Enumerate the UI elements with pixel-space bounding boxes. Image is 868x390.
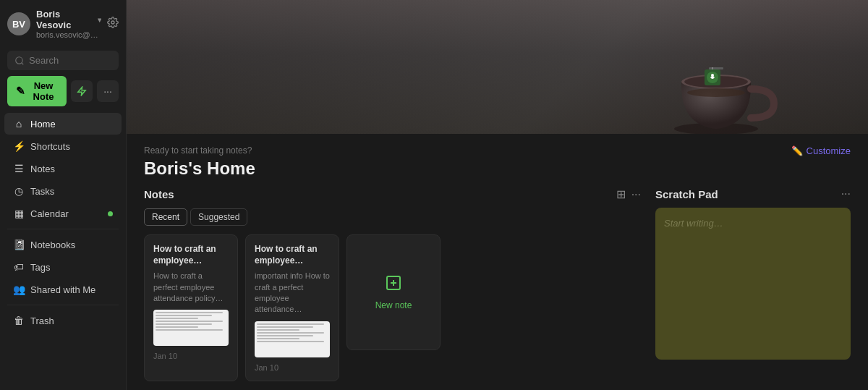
notebooks-icon: 📓: [13, 239, 25, 250]
notes-section: Notes ⊞ ··· Recent Suggested How to craf…: [144, 187, 641, 381]
calendar-icon: ▦: [13, 208, 25, 219]
sidebar: BV Boris Vesovic ▾ boris.vesovic@cake.co…: [0, 0, 127, 390]
thumb-line: [156, 323, 212, 325]
sidebar-item-label: Notes: [30, 164, 55, 174]
note-card[interactable]: How to craft an employee… important info…: [245, 234, 339, 381]
notes-more-icon[interactable]: ···: [631, 188, 641, 201]
sidebar-item-label: Tags: [30, 262, 50, 273]
user-email: boris.vesovic@cake.com: [36, 30, 101, 39]
ready-text: Ready to start taking notes?: [144, 145, 255, 156]
thumb-line: [156, 318, 198, 319]
thumb-line: [156, 326, 198, 328]
sidebar-item-label: Home: [30, 119, 56, 130]
page-body: Ready to start taking notes? Boris's Hom…: [127, 134, 868, 390]
user-profile[interactable]: BV Boris Vesovic ▾ boris.vesovic@cake.co…: [0, 0, 126, 48]
tab-suggested[interactable]: Suggested: [190, 208, 247, 226]
shared-icon: 👥: [13, 284, 25, 295]
notes-section-title: Notes: [144, 188, 174, 200]
thumb-line: [156, 329, 223, 331]
page-title: Boris's Home: [144, 158, 255, 179]
home-icon: ⌂: [13, 118, 25, 130]
content-columns: Notes ⊞ ··· Recent Suggested How to craf…: [127, 187, 868, 390]
svg-rect-6: [709, 67, 723, 69]
svg-point-9: [711, 74, 714, 77]
thumb-line: [257, 341, 324, 342]
svg-line-2: [22, 62, 24, 64]
sidebar-item-shared[interactable]: 👥 Shared with Me: [4, 279, 122, 300]
more-options-button[interactable]: ···: [97, 80, 119, 102]
thumb-line: [257, 326, 313, 328]
note-thumbnail: [153, 310, 229, 346]
search-icon: [14, 56, 25, 66]
scratch-pad-body[interactable]: Start writing…: [655, 208, 851, 360]
nav-section: ⌂ Home ⚡ Shortcuts ☰ Notes ◷ Tasks ▦ Cal…: [0, 112, 126, 390]
new-note-card-label: New note: [375, 300, 412, 310]
note-preview: How to craft a perfect employee attendan…: [153, 271, 229, 304]
new-note-card[interactable]: New note: [346, 234, 441, 350]
tea-cup-illustration: [651, 24, 752, 111]
note-card[interactable]: How to craft an employee… How to craft a…: [144, 234, 238, 381]
sidebar-item-tasks[interactable]: ◷ Tasks: [4, 180, 122, 202]
thumb-line: [156, 312, 223, 313]
nav-divider-1: [7, 229, 119, 229]
scratch-pad: Scratch Pad ··· Start writing…: [655, 187, 851, 381]
sidebar-item-trash[interactable]: 🗑 Trash: [4, 310, 122, 331]
sidebar-item-label: Notebooks: [30, 239, 75, 250]
thumb-line: [257, 329, 299, 331]
scratch-pad-title: Scratch Pad: [655, 188, 718, 200]
chevron-down-icon: ▾: [98, 16, 101, 24]
main-content: Ready to start taking notes? Boris's Hom…: [127, 0, 868, 390]
new-note-icon: ✎: [16, 85, 25, 98]
search-placeholder: Search: [29, 55, 59, 66]
tab-recent[interactable]: Recent: [144, 208, 187, 226]
thumbnail-lines: [156, 312, 226, 332]
page-header-left: Ready to start taking notes? Boris's Hom…: [144, 145, 255, 179]
sidebar-item-calendar[interactable]: ▦ Calendar: [4, 203, 122, 224]
user-name: Boris Vesovic ▾: [36, 9, 101, 30]
thumb-line: [257, 338, 299, 339]
notes-icon: ☰: [13, 163, 25, 174]
settings-icon[interactable]: [107, 17, 119, 31]
svg-point-0: [111, 21, 114, 24]
notes-section-header: Notes ⊞ ···: [144, 187, 641, 201]
scratch-pad-header: Scratch Pad ···: [655, 187, 851, 200]
sidebar-item-notes[interactable]: ☰ Notes: [4, 158, 122, 179]
notes-grid-view-icon[interactable]: ⊞: [616, 187, 626, 201]
hero-banner: [127, 0, 868, 134]
svg-point-11: [687, 88, 745, 97]
customize-button[interactable]: ✏️ Customize: [791, 145, 851, 156]
notes-section-actions: ⊞ ···: [616, 187, 641, 201]
sidebar-item-label: Shared with Me: [30, 284, 95, 295]
sidebar-item-label: Trash: [30, 315, 54, 326]
shortcuts-icon: ⚡: [13, 140, 25, 152]
thumb-line: [257, 323, 324, 325]
thumb-line: [257, 335, 313, 336]
search-bar[interactable]: Search: [7, 51, 119, 70]
page-header: Ready to start taking notes? Boris's Hom…: [127, 134, 868, 187]
sidebar-item-tags[interactable]: 🏷 Tags: [4, 256, 122, 278]
sidebar-item-home[interactable]: ⌂ Home: [4, 113, 122, 135]
sidebar-item-label: Tasks: [30, 186, 54, 197]
new-note-button[interactable]: ✎ New Note: [7, 76, 67, 106]
scratch-pad-more-icon[interactable]: ···: [841, 187, 851, 200]
note-preview: important info How to craft a perfect em…: [255, 271, 330, 315]
note-thumbnail: [255, 321, 330, 357]
note-title: How to craft an employee…: [153, 244, 229, 266]
thumb-line: [156, 321, 223, 322]
scratch-pad-placeholder: Start writing…: [664, 218, 723, 229]
notes-grid: How to craft an employee… How to craft a…: [144, 234, 641, 381]
notes-tabs: Recent Suggested: [144, 208, 641, 226]
thumb-line: [156, 315, 212, 316]
thumbnail-lines: [257, 323, 328, 344]
sidebar-item-shortcuts[interactable]: ⚡ Shortcuts: [4, 135, 122, 157]
note-title: How to craft an employee…: [255, 244, 330, 266]
avatar: BV: [7, 12, 30, 35]
shortcut-button[interactable]: [71, 80, 93, 102]
svg-point-1: [16, 56, 22, 63]
calendar-dot: [108, 211, 113, 216]
nav-divider-2: [7, 305, 119, 305]
thumb-line: [257, 332, 324, 334]
sidebar-item-notebooks[interactable]: 📓 Notebooks: [4, 234, 122, 255]
action-row: ✎ New Note ···: [0, 76, 126, 112]
sidebar-item-label: Calendar: [30, 208, 69, 219]
